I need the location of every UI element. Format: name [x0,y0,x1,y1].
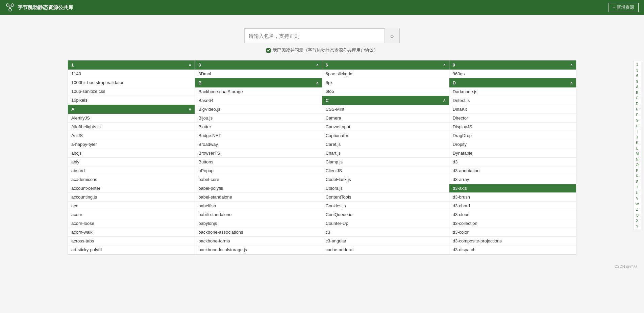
list-item[interactable]: Dropify [449,140,576,149]
list-item[interactable]: Dynatable [449,149,576,158]
list-item[interactable]: babel-core [195,175,322,184]
list-item[interactable]: 1000hz-bootstrap-validator [68,78,195,87]
list-item[interactable]: 1140 [68,70,195,78]
list-item[interactable]: Camera [322,114,449,123]
list-item[interactable]: 6px [322,78,449,87]
list-item[interactable]: c3-angular [322,237,449,245]
list-item[interactable]: CSS-Mint [322,105,449,114]
section-header-D[interactable]: D∧ [449,78,576,87]
list-item[interactable]: 960gs [449,70,576,78]
search-input[interactable] [245,33,385,39]
list-item[interactable]: acorn-walk [68,228,195,237]
list-item[interactable]: acorn [68,210,195,219]
alpha-letter-E[interactable]: E [635,106,639,112]
alpha-letter-Q[interactable]: Q [635,212,640,218]
list-item[interactable]: babel-standalone [195,193,322,202]
alpha-letter-N[interactable]: N [635,157,639,162]
list-item[interactable]: Caret.js [322,140,449,149]
list-item[interactable]: d3-collection [449,219,576,228]
list-item[interactable]: babelfish [195,202,322,210]
list-item[interactable]: CanvasInput [322,123,449,131]
list-item[interactable]: Base64 [195,96,322,105]
list-item[interactable]: BigVideo.js [195,105,322,114]
alpha-letter-G[interactable]: G [635,118,640,123]
list-item[interactable]: Blotter [195,123,322,131]
list-item[interactable]: cache-adderall [322,245,449,254]
section-header-6[interactable]: 6∧ [322,60,449,70]
list-item[interactable]: backbone-associations [195,228,322,237]
alpha-letter-A[interactable]: A [635,84,639,90]
alpha-letter-D[interactable]: D [635,101,639,107]
section-header-B[interactable]: B∧ [195,78,322,87]
list-item[interactable]: d3-color [449,228,576,237]
alpha-letter-R[interactable]: R [635,173,639,179]
alpha-letter-U[interactable]: U [635,190,639,196]
list-item[interactable]: AniJS [68,131,195,140]
list-item[interactable]: Bridge.NET [195,131,322,140]
list-item[interactable]: babylonjs [195,219,322,228]
alpha-letter-J[interactable]: J [636,134,639,140]
list-item[interactable]: c3 [322,228,449,237]
list-item[interactable]: account-center [68,184,195,193]
list-item[interactable]: DinaKit [449,105,576,114]
section-header-3[interactable]: 3∧ [195,60,322,70]
alpha-letter-X[interactable]: X [635,218,639,224]
list-item[interactable]: 16pixels [68,96,195,105]
alpha-letter-H[interactable]: H [635,123,639,129]
alpha-letter-W[interactable]: W [635,201,640,207]
list-item[interactable]: 10up-sanitize.css [68,87,195,96]
list-item[interactable]: DisplayJS [449,123,576,131]
list-item[interactable]: abcjs [68,149,195,158]
list-item[interactable]: babili-standalone [195,210,322,219]
list-item[interactable]: Counter-Up [322,219,449,228]
alpha-letter-K[interactable]: K [635,140,639,146]
list-item[interactable]: 3Dmol [195,70,322,78]
list-item[interactable]: DragDrop [449,131,576,140]
list-item[interactable]: d3-cloud [449,210,576,219]
alpha-letter-Y[interactable]: Y [635,224,639,229]
list-item[interactable]: ad-sticky-polyfill [68,245,195,254]
alpha-letter-I[interactable]: I [636,129,638,134]
list-item[interactable]: d3-brush [449,193,576,202]
alpha-letter-M[interactable]: M [635,151,639,157]
section-header-A[interactable]: A∧ [68,105,195,114]
list-item[interactable]: BrowserFS [195,149,322,158]
section-header-1[interactable]: 1∧ [68,60,195,70]
list-item[interactable]: Captionator [322,131,449,140]
list-item[interactable]: accounting.js [68,193,195,202]
list-item[interactable]: CodeFlask.js [322,175,449,184]
list-item[interactable]: d3-chord [449,202,576,210]
alpha-letter-B[interactable]: B [635,90,639,96]
section-header-9[interactable]: 9∧ [449,60,576,70]
alpha-letter-1[interactable]: 1 [636,62,639,68]
alpha-letter-C[interactable]: C [635,95,639,101]
list-item[interactable]: a-happy-tyler [68,140,195,149]
list-item[interactable]: Darkmode.js [449,87,576,96]
list-item[interactable]: d3-array [449,175,576,184]
list-item[interactable]: d3-dispatch [449,245,576,254]
alpha-letter-3[interactable]: 3 [636,68,639,73]
search-button[interactable]: ⌕ [385,28,399,43]
alpha-letter-S[interactable]: S [635,179,639,185]
alpha-letter-O[interactable]: O [635,162,640,168]
list-item[interactable]: ContentTools [322,193,449,202]
list-item[interactable]: Colors.js [322,184,449,193]
list-item[interactable]: academicons [68,175,195,184]
list-item[interactable]: babel-polyfill [195,184,322,193]
alpha-letter-Z[interactable]: Z [635,207,639,212]
list-item[interactable]: Clamp.js [322,158,449,166]
list-item[interactable]: backbone-localstorage.js [195,245,322,254]
list-item[interactable]: Detect.js [449,96,576,105]
alpha-letter-F[interactable]: F [635,112,639,118]
agreement-checkbox[interactable] [266,48,271,53]
list-item[interactable]: Backbone.dualStorage [195,87,322,96]
list-item[interactable]: d3-axis [449,184,576,193]
add-resource-button[interactable]: + 新增资源 [609,3,639,12]
list-item[interactable]: Buttons [195,158,322,166]
alpha-letter-P[interactable]: P [635,168,639,174]
list-item[interactable]: Allofthelights.js [68,123,195,131]
alpha-letter-9[interactable]: 9 [636,79,639,84]
list-item[interactable]: bPopup [195,166,322,175]
list-item[interactable]: Director [449,114,576,123]
alpha-letter-V[interactable]: V [635,195,639,201]
